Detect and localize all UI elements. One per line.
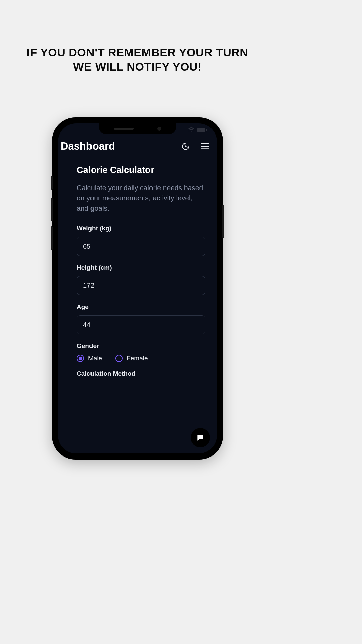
status-bar xyxy=(188,127,207,134)
phone-side-button xyxy=(51,198,53,221)
page-title: Dashboard xyxy=(61,140,115,152)
radio-label: Female xyxy=(127,355,148,362)
content-area: Calorie Calculator Calculate your daily … xyxy=(58,158,217,377)
weight-input[interactable] xyxy=(77,237,205,256)
height-label: Height (cm) xyxy=(77,264,205,271)
phone-notch xyxy=(99,123,176,134)
theme-toggle-button[interactable] xyxy=(181,142,190,151)
phone-side-button xyxy=(51,176,53,190)
age-label: Age xyxy=(77,303,205,311)
battery-icon xyxy=(197,128,207,134)
height-input[interactable] xyxy=(77,276,205,295)
chat-icon xyxy=(196,433,205,442)
speaker-icon xyxy=(114,128,134,130)
menu-button[interactable] xyxy=(201,143,209,150)
svg-rect-0 xyxy=(197,128,205,132)
height-field: Height (cm) xyxy=(77,264,205,295)
marketing-headline: IF YOU DON'T REMEMBER YOUR TURN WE WILL … xyxy=(20,45,255,74)
phone-mockup: Dashboard Calorie Calculator Calculate y… xyxy=(52,117,223,460)
weight-label: Weight (kg) xyxy=(77,225,205,232)
gender-radio-female[interactable]: Female xyxy=(115,355,148,362)
gender-radio-group: Male Female xyxy=(77,355,205,362)
radio-icon xyxy=(77,355,84,362)
wifi-icon xyxy=(188,127,195,134)
method-label: Calculation Method xyxy=(77,370,205,377)
phone-screen: Dashboard Calorie Calculator Calculate y… xyxy=(58,123,217,453)
phone-side-button xyxy=(222,205,224,238)
radio-label: Male xyxy=(88,355,102,362)
section-title: Calorie Calculator xyxy=(77,165,205,175)
age-field: Age xyxy=(77,303,205,334)
age-input[interactable] xyxy=(77,315,205,334)
svg-rect-1 xyxy=(206,129,207,131)
phone-side-button xyxy=(51,226,53,250)
radio-icon xyxy=(115,355,123,362)
camera-icon xyxy=(157,127,161,131)
section-description: Calculate your daily calorie needs based… xyxy=(77,183,205,213)
gender-label: Gender xyxy=(77,342,205,350)
chat-button[interactable] xyxy=(191,428,210,447)
gender-radio-male[interactable]: Male xyxy=(77,355,102,362)
weight-field: Weight (kg) xyxy=(77,225,205,256)
